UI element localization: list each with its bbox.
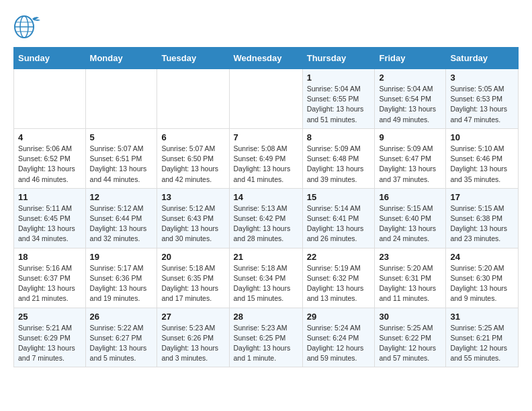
day-info: Sunrise: 5:16 AM Sunset: 6:37 PM Dayligh…	[18, 263, 81, 304]
day-number: 5	[90, 132, 153, 142]
day-info: Sunrise: 5:18 AM Sunset: 6:35 PM Dayligh…	[161, 263, 224, 304]
day-info: Sunrise: 5:14 AM Sunset: 6:41 PM Dayligh…	[307, 203, 371, 244]
calendar-cell: 22Sunrise: 5:19 AM Sunset: 6:32 PM Dayli…	[302, 248, 375, 308]
calendar-cell: 8Sunrise: 5:09 AM Sunset: 6:48 PM Daylig…	[302, 128, 375, 188]
day-info: Sunrise: 5:04 AM Sunset: 6:55 PM Dayligh…	[307, 84, 371, 125]
calendar-cell: 25Sunrise: 5:21 AM Sunset: 6:29 PM Dayli…	[14, 308, 86, 367]
calendar-cell: 2Sunrise: 5:04 AM Sunset: 6:54 PM Daylig…	[375, 69, 446, 129]
calendar-cell: 28Sunrise: 5:23 AM Sunset: 6:25 PM Dayli…	[229, 308, 302, 367]
day-info: Sunrise: 5:05 AM Sunset: 6:53 PM Dayligh…	[450, 84, 514, 125]
day-number: 26	[90, 312, 153, 322]
calendar-cell: 20Sunrise: 5:18 AM Sunset: 6:35 PM Dayli…	[157, 248, 229, 308]
calendar-cell: 21Sunrise: 5:18 AM Sunset: 6:34 PM Dayli…	[229, 248, 302, 308]
day-info: Sunrise: 5:22 AM Sunset: 6:27 PM Dayligh…	[90, 323, 153, 364]
calendar-cell	[229, 69, 302, 129]
day-info: Sunrise: 5:09 AM Sunset: 6:48 PM Dayligh…	[307, 144, 371, 185]
day-number: 17	[450, 192, 514, 202]
calendar-cell	[14, 69, 86, 129]
day-info: Sunrise: 5:23 AM Sunset: 6:25 PM Dayligh…	[234, 323, 298, 364]
day-number: 13	[161, 192, 224, 202]
day-info: Sunrise: 5:12 AM Sunset: 6:44 PM Dayligh…	[90, 203, 153, 244]
calendar-cell: 15Sunrise: 5:14 AM Sunset: 6:41 PM Dayli…	[302, 188, 375, 248]
calendar-cell: 26Sunrise: 5:22 AM Sunset: 6:27 PM Dayli…	[85, 308, 157, 367]
page-header	[13, 13, 519, 40]
day-number: 14	[234, 192, 298, 202]
calendar-cell: 27Sunrise: 5:23 AM Sunset: 6:26 PM Dayli…	[157, 308, 229, 367]
day-info: Sunrise: 5:04 AM Sunset: 6:54 PM Dayligh…	[379, 84, 441, 125]
day-number: 31	[450, 312, 514, 322]
day-info: Sunrise: 5:15 AM Sunset: 6:38 PM Dayligh…	[450, 203, 514, 244]
calendar-cell: 14Sunrise: 5:13 AM Sunset: 6:42 PM Dayli…	[229, 188, 302, 248]
calendar-cell: 30Sunrise: 5:25 AM Sunset: 6:22 PM Dayli…	[375, 308, 446, 367]
calendar-cell: 31Sunrise: 5:25 AM Sunset: 6:21 PM Dayli…	[446, 308, 519, 367]
day-info: Sunrise: 5:10 AM Sunset: 6:46 PM Dayligh…	[450, 144, 514, 185]
day-number: 19	[90, 252, 153, 262]
day-number: 4	[18, 132, 81, 142]
day-info: Sunrise: 5:11 AM Sunset: 6:45 PM Dayligh…	[18, 203, 81, 244]
day-info: Sunrise: 5:18 AM Sunset: 6:34 PM Dayligh…	[234, 263, 298, 304]
calendar-cell: 24Sunrise: 5:20 AM Sunset: 6:30 PM Dayli…	[446, 248, 519, 308]
day-number: 3	[450, 73, 514, 83]
weekday-header-thursday: Thursday	[302, 48, 375, 69]
day-number: 10	[450, 132, 514, 142]
day-number: 27	[161, 312, 224, 322]
day-number: 1	[307, 73, 371, 83]
calendar-cell: 1Sunrise: 5:04 AM Sunset: 6:55 PM Daylig…	[302, 69, 375, 129]
calendar-cell: 9Sunrise: 5:09 AM Sunset: 6:47 PM Daylig…	[375, 128, 446, 188]
day-number: 23	[379, 252, 441, 262]
day-info: Sunrise: 5:25 AM Sunset: 6:21 PM Dayligh…	[450, 323, 514, 364]
calendar-cell: 11Sunrise: 5:11 AM Sunset: 6:45 PM Dayli…	[14, 188, 86, 248]
calendar-cell: 5Sunrise: 5:07 AM Sunset: 6:51 PM Daylig…	[85, 128, 157, 188]
day-number: 12	[90, 192, 153, 202]
day-info: Sunrise: 5:20 AM Sunset: 6:30 PM Dayligh…	[450, 263, 514, 304]
day-info: Sunrise: 5:07 AM Sunset: 6:50 PM Dayligh…	[161, 144, 224, 185]
calendar-cell	[157, 69, 229, 129]
calendar-cell: 7Sunrise: 5:08 AM Sunset: 6:49 PM Daylig…	[229, 128, 302, 188]
calendar-cell: 13Sunrise: 5:12 AM Sunset: 6:43 PM Dayli…	[157, 188, 229, 248]
day-number: 18	[18, 252, 81, 262]
day-info: Sunrise: 5:06 AM Sunset: 6:52 PM Dayligh…	[18, 144, 81, 185]
day-info: Sunrise: 5:21 AM Sunset: 6:29 PM Dayligh…	[18, 323, 81, 364]
day-info: Sunrise: 5:23 AM Sunset: 6:26 PM Dayligh…	[161, 323, 224, 364]
calendar-cell: 10Sunrise: 5:10 AM Sunset: 6:46 PM Dayli…	[446, 128, 519, 188]
calendar-cell: 19Sunrise: 5:17 AM Sunset: 6:36 PM Dayli…	[85, 248, 157, 308]
day-info: Sunrise: 5:13 AM Sunset: 6:42 PM Dayligh…	[234, 203, 298, 244]
day-info: Sunrise: 5:08 AM Sunset: 6:49 PM Dayligh…	[234, 144, 298, 185]
day-number: 9	[379, 132, 441, 142]
calendar-cell: 18Sunrise: 5:16 AM Sunset: 6:37 PM Dayli…	[14, 248, 86, 308]
day-info: Sunrise: 5:15 AM Sunset: 6:40 PM Dayligh…	[379, 203, 441, 244]
day-info: Sunrise: 5:07 AM Sunset: 6:51 PM Dayligh…	[90, 144, 153, 185]
calendar-cell: 3Sunrise: 5:05 AM Sunset: 6:53 PM Daylig…	[446, 69, 519, 129]
logo	[13, 13, 46, 40]
weekday-header-sunday: Sunday	[14, 48, 86, 69]
calendar-table: SundayMondayTuesdayWednesdayThursdayFrid…	[13, 47, 519, 367]
calendar-cell: 6Sunrise: 5:07 AM Sunset: 6:50 PM Daylig…	[157, 128, 229, 188]
day-info: Sunrise: 5:19 AM Sunset: 6:32 PM Dayligh…	[307, 263, 371, 304]
day-number: 21	[234, 252, 298, 262]
calendar-cell: 23Sunrise: 5:20 AM Sunset: 6:31 PM Dayli…	[375, 248, 446, 308]
day-number: 6	[161, 132, 224, 142]
day-number: 30	[379, 312, 441, 322]
day-number: 11	[18, 192, 81, 202]
day-number: 20	[161, 252, 224, 262]
day-info: Sunrise: 5:09 AM Sunset: 6:47 PM Dayligh…	[379, 144, 441, 185]
weekday-header-friday: Friday	[375, 48, 446, 69]
day-info: Sunrise: 5:25 AM Sunset: 6:22 PM Dayligh…	[379, 323, 441, 364]
weekday-header-wednesday: Wednesday	[229, 48, 302, 69]
day-number: 22	[307, 252, 371, 262]
day-info: Sunrise: 5:12 AM Sunset: 6:43 PM Dayligh…	[161, 203, 224, 244]
calendar-cell: 4Sunrise: 5:06 AM Sunset: 6:52 PM Daylig…	[14, 128, 86, 188]
day-number: 15	[307, 192, 371, 202]
weekday-header-tuesday: Tuesday	[157, 48, 229, 69]
day-number: 28	[234, 312, 298, 322]
day-number: 8	[307, 132, 371, 142]
day-info: Sunrise: 5:24 AM Sunset: 6:24 PM Dayligh…	[307, 323, 371, 364]
calendar-cell	[85, 69, 157, 129]
day-info: Sunrise: 5:20 AM Sunset: 6:31 PM Dayligh…	[379, 263, 441, 304]
weekday-header-monday: Monday	[85, 48, 157, 69]
day-number: 24	[450, 252, 514, 262]
day-number: 2	[379, 73, 441, 83]
calendar-cell: 17Sunrise: 5:15 AM Sunset: 6:38 PM Dayli…	[446, 188, 519, 248]
day-number: 16	[379, 192, 441, 202]
weekday-header-saturday: Saturday	[446, 48, 519, 69]
